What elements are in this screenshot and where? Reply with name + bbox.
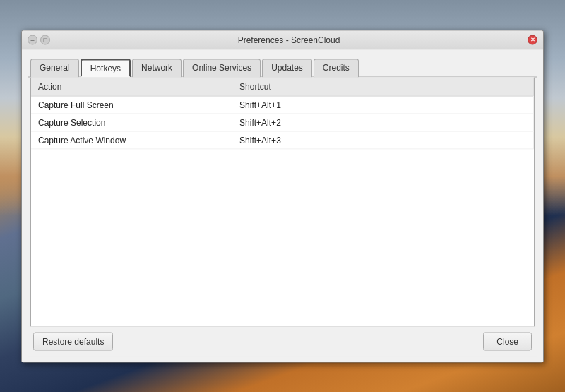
action-cell: Capture Full Screen [31, 96, 232, 114]
title-bar-controls: – □ [28, 35, 50, 44]
maximize-button[interactable]: □ [40, 35, 50, 44]
dialog-title: Preferences - ScreenCloud [50, 35, 528, 44]
shortcut-cell: Shift+Alt+2 [232, 114, 534, 131]
title-bar: – □ Preferences - ScreenCloud ✕ [22, 30, 543, 49]
tab-credits[interactable]: Credits [314, 59, 359, 77]
hotkeys-table: Action Shortcut Capture Full Screen Shif… [31, 77, 534, 149]
dialog-content: General Hotkeys Network Online Services … [22, 49, 543, 362]
tab-hotkeys[interactable]: Hotkeys [81, 59, 131, 77]
tab-panel-hotkeys: Action Shortcut Capture Full Screen Shif… [30, 77, 535, 326]
minimize-button[interactable]: – [28, 35, 37, 44]
column-header-action: Action [31, 77, 232, 96]
shortcut-cell: Shift+Alt+3 [232, 131, 534, 149]
dialog-wrapper: – □ Preferences - ScreenCloud ✕ General … [21, 30, 544, 362]
table-row: Capture Active Window Shift+Alt+3 [31, 131, 534, 149]
bottom-bar: Restore defaults Close [28, 326, 537, 356]
table-body: Capture Full Screen Shift+Alt+1 Capture … [31, 96, 534, 149]
shortcut-cell: Shift+Alt+1 [232, 96, 534, 114]
column-header-shortcut: Shortcut [232, 77, 534, 96]
preferences-dialog: – □ Preferences - ScreenCloud ✕ General … [21, 30, 544, 362]
tab-updates[interactable]: Updates [262, 59, 312, 77]
hotkeys-table-container: Action Shortcut Capture Full Screen Shif… [31, 77, 534, 149]
tab-general[interactable]: General [30, 59, 79, 77]
table-row: Capture Selection Shift+Alt+2 [31, 114, 534, 131]
action-cell: Capture Selection [31, 114, 232, 131]
tab-bar: General Hotkeys Network Online Services … [28, 55, 537, 77]
action-cell: Capture Active Window [31, 131, 232, 149]
empty-area [31, 149, 534, 326]
tab-online-services[interactable]: Online Services [183, 59, 261, 77]
window-close-button[interactable]: ✕ [528, 35, 537, 44]
close-dialog-button[interactable]: Close [483, 332, 532, 350]
tab-network[interactable]: Network [132, 59, 182, 77]
restore-defaults-button[interactable]: Restore defaults [33, 332, 113, 350]
table-header: Action Shortcut [31, 77, 534, 96]
table-row: Capture Full Screen Shift+Alt+1 [31, 96, 534, 114]
